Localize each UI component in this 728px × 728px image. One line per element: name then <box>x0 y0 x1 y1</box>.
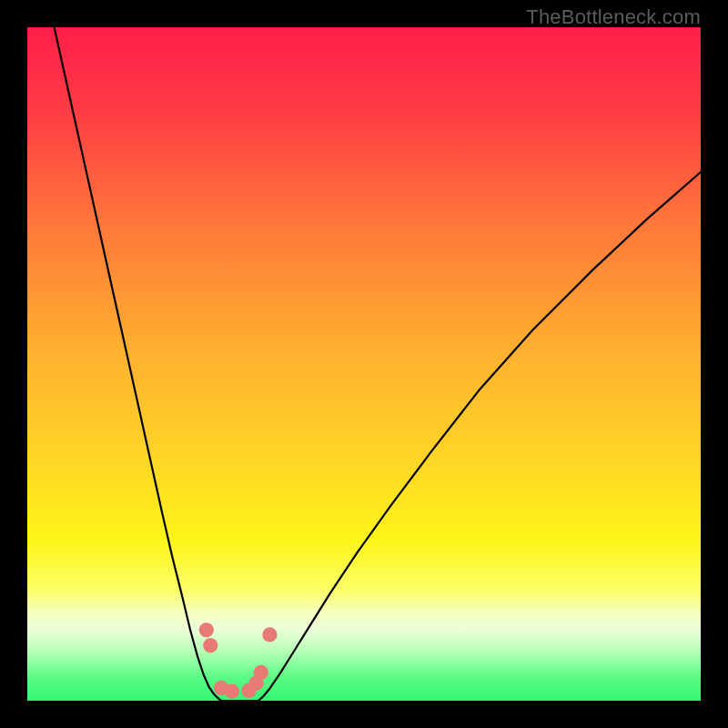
dot-left-lower <box>203 638 217 652</box>
dot-floor-2 <box>225 684 239 699</box>
dot-right-upper <box>262 627 277 642</box>
dot-left-upper <box>199 622 214 637</box>
watermark-text: TheBottleneck.com <box>526 5 701 29</box>
chart-curves <box>27 27 701 701</box>
bottleneck-curve <box>55 27 701 701</box>
chart-frame <box>27 27 701 701</box>
dot-right-mid <box>254 665 268 680</box>
